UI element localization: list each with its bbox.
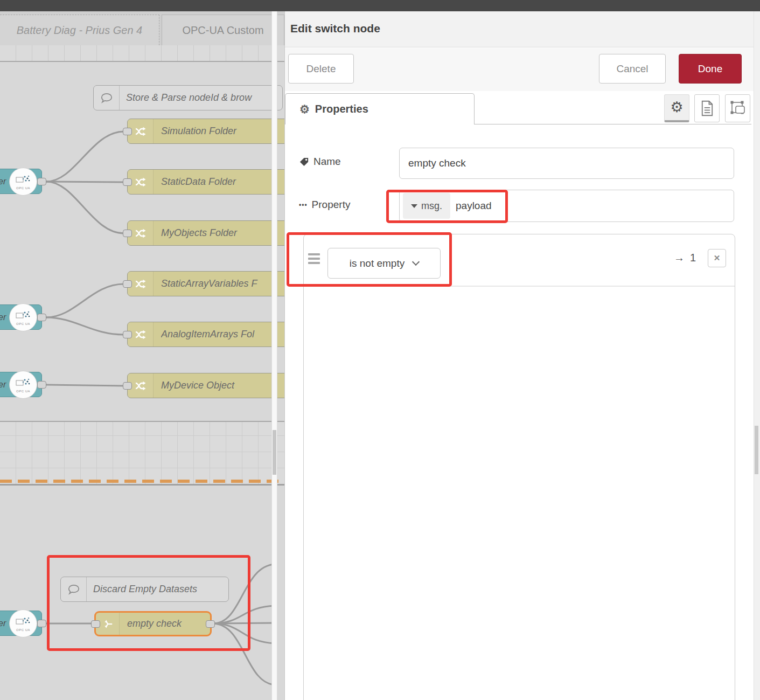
dropdown-caret-icon [411, 204, 417, 208]
node-label: Simulation Folder [161, 119, 284, 143]
drag-handle-icon[interactable] [308, 253, 320, 266]
switch-node-mydevice-object[interactable]: MyDevice Object [127, 373, 284, 398]
description-view-button[interactable] [694, 94, 720, 122]
switch-node-analogitemarrays[interactable]: AnalogItemArrays Fol [127, 322, 284, 347]
input-port[interactable] [123, 178, 132, 186]
app-header-bar [0, 0, 760, 11]
property-prefix: msg. [421, 200, 442, 212]
property-label: Property [312, 199, 351, 211]
properties-view-button[interactable]: ⚙ [664, 94, 689, 122]
close-icon: ✕ [714, 253, 721, 263]
flow-tab-bar: Battery Diag - Prius Gen 4 OPC-UA Custom [0, 11, 284, 45]
comment-label: Store & Parse nodeId & brow [126, 86, 279, 110]
opcua-badge: OPC UA [16, 186, 30, 190]
rule-operator-value: is not empty [350, 258, 405, 269]
edit-switch-node-dialog: Edit switch node Delete Cancel Done ⚙ Pr… [284, 11, 760, 700]
comment-bubble-icon [94, 86, 120, 110]
opcua-server-node[interactable]: er OPC UA [0, 611, 42, 636]
output-port[interactable] [37, 381, 46, 389]
cancel-button[interactable]: Cancel [599, 54, 666, 84]
canvas-scrollbar-thumb[interactable] [273, 430, 276, 475]
rule-output-indicator: → 1 [674, 252, 696, 264]
opcua-badge: OPC UA [16, 322, 30, 325]
input-port[interactable] [123, 382, 132, 390]
dialog-vertical-scrollbar[interactable] [754, 11, 760, 700]
switch-node-staticarrayvariables[interactable]: StaticArrayVariables F [127, 271, 284, 296]
chevron-down-icon [412, 258, 420, 266]
name-label-row: Name [299, 156, 341, 168]
input-port[interactable] [123, 280, 132, 288]
comment-node-store-parse[interactable]: Store & Parse nodeId & brow [93, 85, 283, 110]
rule-output-number: 1 [690, 252, 696, 264]
rule-remove-button[interactable]: ✕ [708, 249, 726, 267]
input-port[interactable] [123, 230, 132, 237]
dialog-tab-row: ⚙ Properties ⚙ [285, 91, 751, 124]
input-port[interactable] [123, 331, 132, 338]
property-label-row: ••• Property [299, 199, 350, 211]
node-label: MyObjects Folder [161, 221, 284, 245]
opcua-server-node[interactable]: er OPC UA [0, 304, 42, 330]
delete-button[interactable]: Delete [288, 54, 354, 84]
appearance-icon [730, 100, 746, 116]
property-input[interactable]: msg. payload [399, 190, 734, 222]
switch-node-myobjects-folder[interactable]: MyObjects Folder [127, 220, 284, 246]
arrow-right-icon: → [674, 252, 685, 264]
flow-tab-battery-diag[interactable]: Battery Diag - Prius Gen 4 [0, 15, 159, 45]
canvas-vertical-scrollbar[interactable] [271, 11, 277, 700]
switch-node-staticdata-folder[interactable]: StaticData Folder [127, 169, 284, 195]
output-port[interactable] [37, 178, 46, 185]
input-port[interactable] [123, 128, 132, 135]
node-label: er [0, 177, 6, 186]
comment-node-discard-empty[interactable]: Discard Empty Datasets [60, 577, 229, 602]
comment-bubble-icon [61, 577, 87, 601]
appearance-view-button[interactable] [725, 94, 750, 122]
output-port[interactable] [206, 620, 215, 628]
name-label: Name [313, 156, 341, 168]
node-label: StaticData Folder [161, 170, 284, 194]
node-label: er [0, 380, 6, 390]
node-label: AnalogItemArrays Fol [161, 322, 284, 346]
node-label: empty check [127, 613, 206, 635]
rule-operator-select[interactable]: is not empty [327, 248, 441, 279]
dialog-header: Edit switch node [285, 11, 760, 47]
input-port[interactable] [91, 620, 100, 628]
opcua-badge: OPC UA [16, 628, 30, 632]
output-port[interactable] [37, 314, 46, 321]
opcua-badge: OPC UA [16, 390, 30, 393]
opcua-node-icon: OPC UA [9, 371, 37, 399]
dialog-button-bar: Delete Cancel Done [285, 48, 760, 91]
node-label: er [0, 313, 6, 322]
name-input[interactable]: empty check [399, 148, 734, 179]
output-port[interactable] [37, 620, 46, 627]
rule-row[interactable]: is not empty → 1 ✕ [304, 234, 735, 287]
opcua-node-icon: OPC UA [9, 303, 37, 331]
property-type-dropdown[interactable]: msg. [403, 193, 450, 219]
opcua-node-icon: OPC UA [9, 609, 37, 637]
opcua-node-icon: OPC UA [9, 168, 37, 196]
rules-list-container: is not empty → 1 ✕ [303, 234, 735, 700]
tab-properties[interactable]: ⚙ Properties [285, 93, 475, 124]
switch-node-empty-check-selected[interactable]: empty check [94, 611, 212, 636]
opcua-server-node[interactable]: er OPC UA [0, 169, 42, 194]
name-input-value: empty check [408, 157, 466, 169]
gear-icon: ⚙ [299, 103, 310, 115]
node-label: StaticArrayVariables F [161, 272, 284, 296]
tab-properties-label: Properties [315, 103, 368, 115]
node-label: er [0, 619, 6, 628]
node-label: MyDevice Object [161, 373, 284, 398]
switch-node-simulation-folder[interactable]: Simulation Folder [127, 119, 284, 144]
gear-icon: ⚙ [670, 100, 683, 115]
tag-icon [299, 157, 309, 167]
flow-canvas[interactable]: Store & Parse nodeId & brow Simulation F… [0, 45, 284, 700]
ellipsis-icon: ••• [299, 201, 308, 209]
comment-label: Discard Empty Datasets [93, 577, 225, 601]
document-icon [700, 100, 714, 116]
flow-tab-opcua-custom[interactable]: OPC-UA Custom [162, 15, 284, 45]
dialog-title: Edit switch node [290, 22, 380, 35]
dialog-scrollbar-thumb[interactable] [755, 426, 758, 474]
opcua-server-node[interactable]: er OPC UA [0, 372, 42, 397]
property-input-value: payload [456, 200, 492, 212]
done-button[interactable]: Done [679, 54, 742, 84]
